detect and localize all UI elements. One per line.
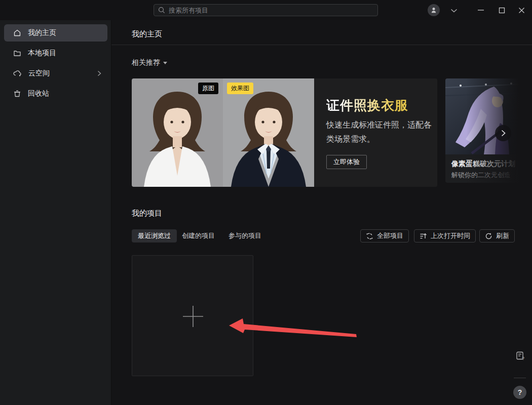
- banner-description: 快速生成标准证件照，适配各类场景需求。: [326, 118, 434, 146]
- app-window: 我的主页 本地项目 云空间: [0, 0, 532, 405]
- recommend-card-pixel[interactable]: 像素蛋糕破次元计划 解锁你的二次元创造: [445, 78, 532, 183]
- search-input[interactable]: [169, 7, 373, 14]
- sort-icon: [420, 232, 427, 240]
- project-type-icon: [366, 232, 373, 240]
- carousel-next-button[interactable]: [495, 125, 511, 141]
- new-project-card[interactable]: [132, 255, 253, 376]
- tab-participated-projects[interactable]: 参与的项目: [229, 229, 261, 242]
- person-icon: [430, 7, 437, 14]
- badge-effect: 效果图: [227, 83, 253, 94]
- account-menu-chevron[interactable]: [448, 7, 460, 14]
- header-divider: [111, 45, 532, 45]
- utility-divider: [514, 378, 526, 378]
- folder-icon: [13, 49, 21, 57]
- tab-recently-viewed[interactable]: 最近浏览过: [132, 229, 177, 242]
- chevron-right-icon: [501, 130, 506, 137]
- search-box[interactable]: [154, 4, 378, 16]
- sidebar-item-home[interactable]: 我的主页: [4, 24, 107, 42]
- refresh-icon: [485, 232, 492, 240]
- user-avatar[interactable]: [428, 4, 440, 16]
- sidebar-item-local-projects[interactable]: 本地项目: [4, 45, 107, 62]
- plus-icon: [180, 304, 206, 329]
- card2-title: 像素蛋糕破次元计划: [451, 159, 515, 169]
- projects-section-title: 我的项目: [132, 209, 162, 218]
- svg-text:?: ?: [522, 356, 524, 361]
- chevron-down-icon: [450, 9, 458, 13]
- recommend-section-label: 相关推荐: [132, 58, 160, 67]
- main-content: 我的主页 相关推荐: [111, 20, 532, 405]
- close-button[interactable]: [516, 5, 527, 15]
- help-label: ?: [518, 388, 522, 396]
- sort-label: 上次打开时间: [431, 231, 470, 240]
- minimize-icon: [477, 7, 484, 14]
- sidebar-item-label: 回收站: [28, 89, 49, 98]
- badge-original: 原图: [198, 83, 218, 94]
- search-icon: [158, 7, 165, 14]
- refresh-button[interactable]: 刷新: [479, 229, 515, 242]
- try-now-button[interactable]: 立即体验: [326, 155, 367, 169]
- help-button[interactable]: ?: [513, 386, 526, 399]
- feedback-button[interactable]: ?: [515, 350, 526, 361]
- banner-photo-effect: [223, 78, 314, 187]
- sidebar-item-cloud-space[interactable]: 云空间: [4, 65, 107, 82]
- close-icon: [518, 7, 525, 14]
- banner-photo-original: [132, 78, 223, 187]
- tab-created-projects[interactable]: 创建的项目: [182, 229, 215, 242]
- sidebar-item-recycle-bin[interactable]: 回收站: [4, 85, 107, 102]
- recommend-banner-card[interactable]: 原图 效果图 证件照换衣服 快速生成标准证件照，适配各类场景需求。 立即体验: [132, 78, 437, 187]
- trash-icon: [13, 90, 21, 98]
- banner-title: 证件照换衣服: [326, 97, 408, 114]
- all-projects-label: 全部项目: [377, 231, 403, 240]
- page-title: 我的主页: [132, 29, 162, 39]
- minimize-button[interactable]: [475, 5, 486, 15]
- chevron-right-icon: [97, 70, 101, 76]
- recommend-section-toggle[interactable]: 相关推荐: [132, 58, 167, 67]
- all-projects-button[interactable]: 全部项目: [360, 229, 409, 242]
- caret-down-icon: [163, 62, 167, 64]
- sidebar-item-label: 本地项目: [28, 49, 56, 58]
- card2-image: [445, 78, 532, 154]
- home-icon: [13, 29, 21, 37]
- sidebar-item-label: 云空间: [28, 69, 50, 78]
- titlebar: [0, 0, 532, 20]
- maximize-button[interactable]: [496, 5, 507, 15]
- card2-subtitle: 解锁你的二次元创造: [451, 171, 511, 180]
- cloud-icon: [13, 69, 22, 77]
- banner-text-panel: 证件照换衣服 快速生成标准证件照，适配各类场景需求。 立即体验: [314, 78, 437, 187]
- feedback-icon: ?: [515, 351, 525, 361]
- maximize-icon: [499, 7, 505, 14]
- sort-by-last-opened-button[interactable]: 上次打开时间: [414, 229, 476, 242]
- sidebar: 我的主页 本地项目 云空间: [0, 20, 111, 405]
- sidebar-item-label: 我的主页: [28, 28, 56, 37]
- refresh-label: 刷新: [496, 231, 509, 240]
